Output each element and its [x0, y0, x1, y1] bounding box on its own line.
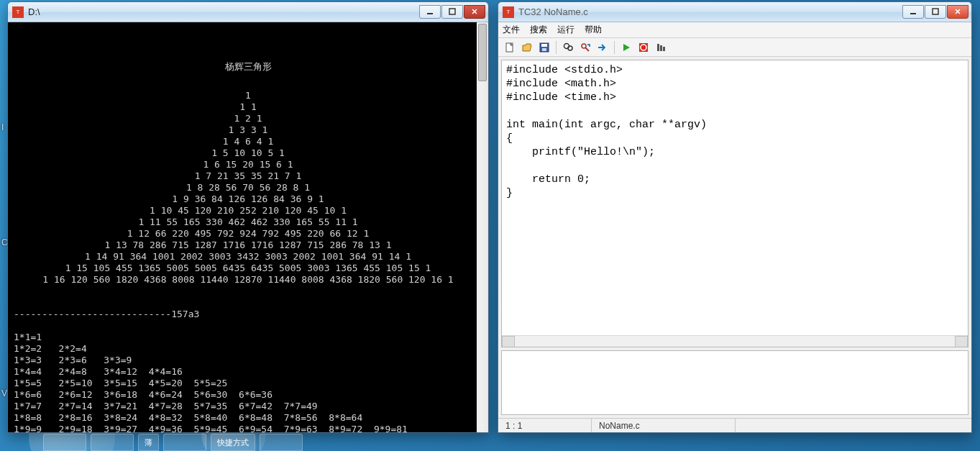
console-titlebar[interactable]: T D:\ — [8, 2, 488, 22]
minimize-button[interactable] — [902, 5, 924, 19]
toolbar — [498, 38, 971, 57]
new-file-icon[interactable] — [503, 40, 517, 55]
multiplication-table: 1*1=1 1*2=2 2*2=4 1*3=3 2*3=6 3*3=9 1*4=… — [14, 332, 408, 432]
statusbar: 1 : 1 NoName.c — [498, 418, 971, 432]
console-window: T D:\ 杨辉三角形 11 11 2 11 3 3 11 4 6 4 11 5… — [7, 1, 489, 433]
menu-run[interactable]: 运行 — [557, 24, 574, 36]
find-next-icon[interactable] — [578, 40, 592, 55]
svg-rect-15 — [663, 47, 665, 51]
output-pane[interactable] — [501, 350, 968, 415]
stop-icon[interactable] — [636, 40, 651, 55]
svg-rect-7 — [542, 48, 546, 51]
taskbar-item[interactable] — [91, 434, 134, 451]
menu-help[interactable]: 帮助 — [585, 24, 602, 36]
taskbar: 薄 快捷方式 — [43, 429, 303, 451]
svg-rect-14 — [660, 45, 662, 51]
svg-rect-6 — [541, 44, 547, 47]
taskbar-item[interactable] — [163, 434, 206, 451]
console-heading: 杨辉三角形 — [14, 61, 482, 73]
horizontal-scrollbar[interactable] — [502, 335, 968, 347]
save-icon[interactable] — [537, 40, 551, 55]
close-button[interactable] — [947, 5, 968, 19]
console-title: D:\ — [28, 6, 40, 17]
app-icon: T — [12, 6, 24, 18]
editor-window: T TC32 NoName.c 文件 搜索 运行 帮助 #include <st… — [498, 1, 972, 433]
vertical-scrollbar[interactable] — [477, 22, 488, 432]
open-file-icon[interactable] — [520, 40, 534, 55]
run-icon[interactable] — [619, 40, 633, 55]
maximize-button[interactable] — [925, 5, 946, 19]
taskbar-label[interactable]: 薄 — [138, 434, 159, 451]
code-editor[interactable]: #include <stdio.h> #include <math.h> #in… — [501, 60, 968, 347]
svg-rect-3 — [933, 9, 938, 14]
svg-rect-2 — [910, 13, 916, 14]
editor-titlebar[interactable]: T TC32 NoName.c — [498, 2, 971, 22]
svg-rect-0 — [427, 13, 433, 14]
taskbar-item[interactable] — [260, 434, 303, 451]
status-position: 1 : 1 — [498, 419, 592, 432]
taskbar-label[interactable]: 快捷方式 — [211, 434, 255, 451]
app-icon: T — [503, 6, 514, 18]
status-filename: NoName.c — [592, 419, 736, 432]
taskbar-item[interactable] — [43, 434, 86, 451]
editor-title: TC32 NoName.c — [518, 6, 588, 17]
menu-file[interactable]: 文件 — [503, 24, 520, 36]
scrollbar-thumb[interactable] — [478, 24, 487, 81]
svg-rect-1 — [449, 9, 455, 14]
menu-search[interactable]: 搜索 — [530, 24, 547, 36]
pascal-triangle: 11 11 2 11 3 3 11 4 6 4 11 5 10 10 5 11 … — [14, 90, 482, 286]
menubar: 文件 搜索 运行 帮助 — [498, 22, 971, 38]
svg-rect-13 — [657, 44, 659, 51]
console-output[interactable]: 杨辉三角形 11 11 2 11 3 3 11 4 6 4 11 5 10 10… — [8, 22, 488, 432]
maximize-button[interactable] — [441, 5, 463, 19]
close-button[interactable] — [464, 5, 485, 19]
divider-line: ----------------------------157a3 — [14, 309, 199, 319]
step-icon[interactable] — [654, 40, 668, 55]
find-icon[interactable] — [561, 40, 575, 55]
minimize-button[interactable] — [419, 5, 441, 19]
goto-icon[interactable] — [595, 40, 610, 55]
